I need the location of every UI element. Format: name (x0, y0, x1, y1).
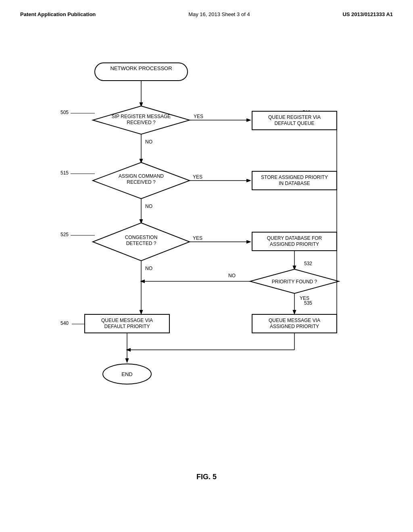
svg-text:NETWORK PROCESSOR: NETWORK PROCESSOR (110, 65, 172, 71)
svg-text:ASSIGNED PRIORITY: ASSIGNED PRIORITY (270, 241, 319, 247)
svg-text:540: 540 (60, 320, 69, 326)
svg-text:QUEUE MESSAGE VIA: QUEUE MESSAGE VIA (269, 318, 320, 323)
figure-label: FIG. 5 (0, 473, 413, 481)
header-center: May 16, 2013 Sheet 3 of 4 (188, 11, 250, 17)
svg-text:YES: YES (193, 174, 202, 180)
svg-text:CONGESTION: CONGESTION (125, 235, 158, 240)
page-header: Patent Application Publication May 16, 2… (0, 0, 413, 17)
svg-text:DEFAULT PRIORITY: DEFAULT PRIORITY (104, 324, 150, 329)
svg-text:SIP REGISTER MESSAGE: SIP REGISTER MESSAGE (112, 114, 171, 119)
svg-text:YES: YES (193, 235, 202, 241)
svg-text:RECEIVED ?: RECEIVED ? (127, 179, 156, 185)
svg-text:QUERY DATABASE FOR: QUERY DATABASE FOR (267, 235, 322, 241)
svg-text:ASSIGN COMMAND: ASSIGN COMMAND (119, 173, 164, 179)
svg-text:532: 532 (304, 261, 312, 266)
diagram-area: NETWORK PROCESSOR 505 SIP REGISTER MESSA… (0, 25, 413, 469)
flowchart-svg: NETWORK PROCESSOR 505 SIP REGISTER MESSA… (0, 25, 413, 469)
svg-text:NO: NO (145, 204, 152, 209)
svg-text:IN DATABASE: IN DATABASE (279, 181, 310, 186)
svg-text:NO: NO (228, 273, 236, 278)
svg-text:STORE ASSIGNED PRIORITY: STORE ASSIGNED PRIORITY (261, 175, 328, 180)
header-right: US 2013/0121333 A1 (342, 11, 393, 17)
header-left: Patent Application Publication (20, 11, 96, 17)
svg-text:515: 515 (60, 170, 69, 176)
svg-text:DEFAULT QUEUE: DEFAULT QUEUE (275, 121, 315, 126)
svg-text:NO: NO (145, 139, 152, 145)
svg-text:ASSIGNED PRIORITY: ASSIGNED PRIORITY (270, 324, 319, 329)
svg-text:535: 535 (304, 300, 312, 306)
svg-text:YES: YES (194, 114, 203, 119)
svg-text:505: 505 (60, 110, 69, 115)
svg-text:DETECTED ?: DETECTED ? (126, 241, 156, 246)
svg-text:END: END (121, 371, 132, 377)
svg-text:QUEUE MESSAGE VIA: QUEUE MESSAGE VIA (101, 318, 153, 323)
svg-text:NO: NO (145, 266, 152, 271)
svg-text:525: 525 (60, 232, 69, 237)
svg-text:QUEUE REGISTER VIA: QUEUE REGISTER VIA (268, 114, 321, 120)
page: Patent Application Publication May 16, 2… (0, 0, 413, 532)
svg-text:RECEIVED ?: RECEIVED ? (127, 120, 156, 125)
svg-text:PRIORITY FOUND ?: PRIORITY FOUND ? (272, 279, 317, 285)
